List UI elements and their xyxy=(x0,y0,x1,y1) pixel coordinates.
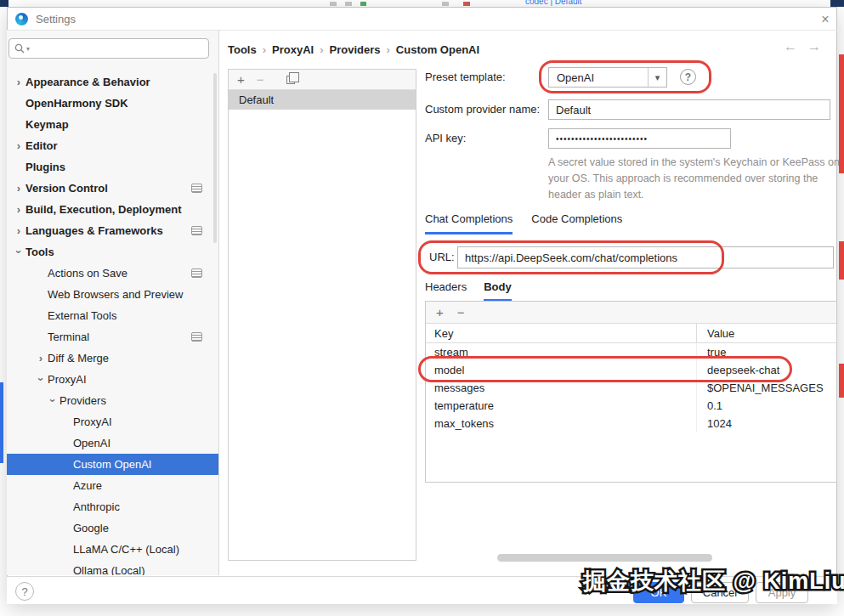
chevron-right-icon[interactable]: › xyxy=(34,353,48,364)
sidebar-item-languages-frameworks[interactable]: ›Languages & Frameworks xyxy=(7,220,219,241)
tree-scrollbar-thumb[interactable] xyxy=(213,73,217,243)
remove-icon[interactable]: − xyxy=(257,73,264,86)
dialog-title: Settings xyxy=(36,13,76,25)
breadcrumb-separator: › xyxy=(387,43,390,56)
chevron-right-icon[interactable]: › xyxy=(12,225,25,236)
row-key[interactable]: stream xyxy=(426,343,696,361)
row-value[interactable]: deepseek-chat xyxy=(696,361,836,379)
back-arrow-icon[interactable]: ← xyxy=(784,39,797,54)
breadcrumb-item-custom-openai[interactable]: Custom OpenAI xyxy=(396,43,479,56)
sidebar-item-build-execution-deployment[interactable]: ›Build, Execution, Deployment xyxy=(7,199,219,220)
sidebar-item-terminal[interactable]: Terminal xyxy=(7,326,219,348)
subtab-headers[interactable]: Headers xyxy=(425,280,467,302)
subtab-body[interactable]: Body xyxy=(484,280,512,302)
duplicate-icon[interactable] xyxy=(286,76,295,84)
ide-titlebar-fragment-left xyxy=(0,0,8,7)
remove-row-icon[interactable]: − xyxy=(457,306,465,319)
sidebar-item-label: Diff & Merge xyxy=(48,352,109,365)
sidebar-item-appearance-behavior[interactable]: ›Appearance & Behavior xyxy=(7,71,219,93)
sidebar-item-version-control[interactable]: ›Version Control xyxy=(7,178,219,199)
url-input[interactable] xyxy=(457,246,834,268)
table-rows: streamtruemodeldeepseek-chatmessages$OPE… xyxy=(426,343,836,432)
table-row-max-tokens[interactable]: max_tokens1024 xyxy=(426,415,836,432)
close-icon[interactable]: × xyxy=(817,11,834,28)
chevron-right-icon[interactable]: › xyxy=(12,140,25,151)
search-options-caret-icon[interactable]: ▾ xyxy=(26,45,30,53)
help-icon[interactable]: ? xyxy=(15,582,34,601)
preset-template-select[interactable]: OpenAI ▾ xyxy=(548,67,667,88)
add-row-icon[interactable]: + xyxy=(436,306,444,319)
chevron-right-icon[interactable]: › xyxy=(12,204,25,215)
breadcrumb-separator: › xyxy=(320,43,323,56)
sidebar-item-plugins[interactable]: Plugins xyxy=(7,156,219,178)
sidebar-item-openharmony-sdk[interactable]: OpenHarmony SDK xyxy=(7,93,219,114)
sidebar-item-llama-c-c-local[interactable]: LLaMA C/C++ (Local) xyxy=(7,539,219,560)
provider-name-input[interactable] xyxy=(548,99,830,120)
tab-code-completions[interactable]: Code Completions xyxy=(531,212,622,235)
ide-toolbar-fragment xyxy=(442,2,449,6)
preset-help-icon[interactable]: ? xyxy=(680,69,696,85)
table-row-stream[interactable]: streamtrue xyxy=(426,343,836,361)
horizontal-scrollbar-thumb[interactable] xyxy=(497,554,712,562)
sidebar-item-web-browsers-and-preview[interactable]: Web Browsers and Preview xyxy=(7,284,219,305)
forward-arrow-icon[interactable]: → xyxy=(807,39,821,54)
sidebar-item-label: External Tools xyxy=(48,309,116,322)
apply-button[interactable]: Apply xyxy=(756,582,808,603)
sidebar-item-label: Actions on Save xyxy=(48,267,127,280)
sidebar-item-ollama-local[interactable]: Ollama (Local) xyxy=(7,560,219,575)
sidebar-item-label: Version Control xyxy=(25,182,108,195)
list-item-default[interactable]: Default xyxy=(229,90,416,110)
plugin-settings-icon xyxy=(191,268,202,278)
tab-chat-completions[interactable]: Chat Completions xyxy=(425,212,513,235)
annotation-edge-mark xyxy=(839,241,844,280)
cancel-button[interactable]: Cancel xyxy=(691,582,749,603)
sidebar-item-tools[interactable]: ›Tools xyxy=(7,241,219,263)
table-row-messages[interactable]: messages$OPENAI_MESSAGES xyxy=(426,379,836,397)
chevron-down-icon[interactable]: › xyxy=(36,373,47,387)
sidebar-item-providers[interactable]: ›Providers xyxy=(7,390,219,411)
row-value[interactable]: $OPENAI_MESSAGES xyxy=(696,379,836,397)
breadcrumb-item-tools[interactable]: Tools xyxy=(228,43,257,56)
api-key-input[interactable] xyxy=(548,128,731,149)
api-key-label: API key: xyxy=(425,128,466,149)
chevron-down-icon[interactable]: › xyxy=(48,394,59,408)
ok-button[interactable]: OK xyxy=(633,582,684,603)
sidebar-item-proxyai[interactable]: ›ProxyAI xyxy=(7,369,219,390)
sidebar-item-external-tools[interactable]: External Tools xyxy=(7,305,219,326)
row-key[interactable]: temperature xyxy=(426,397,696,415)
row-value[interactable]: 0.1 xyxy=(696,397,836,415)
row-key[interactable]: max_tokens xyxy=(426,415,696,432)
sidebar-item-label: Build, Execution, Deployment xyxy=(25,203,181,216)
plugin-settings-icon xyxy=(191,226,202,235)
search-input[interactable] xyxy=(31,42,203,54)
breadcrumb-item-proxyai[interactable]: ProxyAI xyxy=(272,43,314,56)
search-icon xyxy=(14,43,25,54)
add-icon[interactable]: + xyxy=(237,73,245,86)
row-key[interactable]: messages xyxy=(426,379,696,397)
row-value[interactable]: 1024 xyxy=(696,415,836,432)
sidebar-item-azure[interactable]: Azure xyxy=(7,475,219,496)
sidebar-item-label: Ollama (Local) xyxy=(73,564,145,575)
stop-icon-fragment xyxy=(463,2,470,6)
table-row-temperature[interactable]: temperature0.1 xyxy=(426,397,836,415)
sidebar-item-label: Anthropic xyxy=(73,500,120,513)
row-key[interactable]: model xyxy=(426,361,696,379)
sidebar-item-actions-on-save[interactable]: Actions on Save xyxy=(7,263,219,284)
sidebar-item-openai[interactable]: OpenAI xyxy=(7,432,219,454)
row-value[interactable]: true xyxy=(696,343,836,361)
settings-search-box[interactable]: ▾ xyxy=(8,38,209,59)
sidebar-item-label: Appearance & Behavior xyxy=(25,76,150,88)
table-row-model[interactable]: modeldeepseek-chat xyxy=(426,361,836,379)
sidebar-item-diff-merge[interactable]: ›Diff & Merge xyxy=(7,348,219,369)
sidebar-item-proxyai[interactable]: ProxyAI xyxy=(7,411,219,432)
chevron-down-icon[interactable]: › xyxy=(14,246,25,259)
sidebar-item-keymap[interactable]: Keymap xyxy=(7,114,219,135)
breadcrumb-item-providers[interactable]: Providers xyxy=(330,43,381,56)
chevron-right-icon[interactable]: › xyxy=(12,76,25,88)
chevron-right-icon[interactable]: › xyxy=(12,183,25,194)
sidebar-item-anthropic[interactable]: Anthropic xyxy=(7,496,219,517)
sidebar-item-editor[interactable]: ›Editor xyxy=(7,135,219,156)
sidebar-item-google[interactable]: Google xyxy=(7,517,219,539)
sidebar-item-label: Terminal xyxy=(48,331,89,343)
sidebar-item-custom-openai[interactable]: Custom OpenAI xyxy=(7,454,219,475)
